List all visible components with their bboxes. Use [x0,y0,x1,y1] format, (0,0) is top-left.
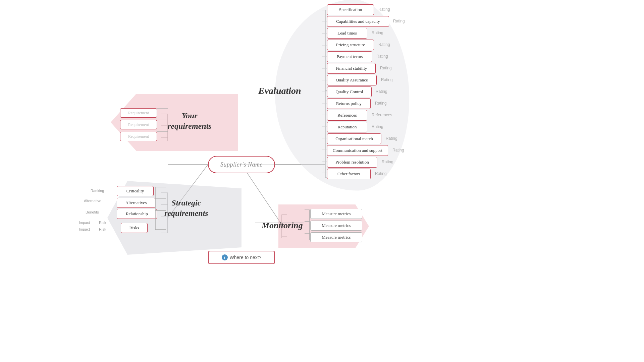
eval-rating-problem: Rating [382,160,393,164]
eval-item-capabilities[interactable]: Capabilities and capacity [327,16,389,27]
eval-item-returns[interactable]: Returns policy [327,98,371,109]
req-item-2[interactable]: Requirement [120,120,157,129]
evaluation-title: Evaluation [258,85,301,96]
eval-rating-org-match: Rating [386,136,397,141]
monitoring-item-1[interactable]: Measure metrics [310,209,362,219]
eval-item-pricing[interactable]: Pricing structure [327,40,374,50]
alternatives-side-label: Alternative [84,199,101,203]
strategic-alternatives[interactable]: Alternatives [117,198,155,208]
eval-rating-specification: Rating [378,7,390,12]
monitoring-title: Monitoring [262,221,303,231]
svg-line-32 [241,165,282,225]
eval-item-qa[interactable]: Quality Assurance [327,75,377,85]
eval-rating-lead-times: Rating [372,31,383,35]
eval-item-lead-times[interactable]: Lead times [327,28,367,39]
eval-item-reputation[interactable]: Reputation [327,122,367,132]
eval-rating-reputation: Rating [372,124,383,129]
req-item-1[interactable]: Requirement [120,108,157,118]
eval-rating-financial: Rating [380,66,392,70]
risks-risk-1: Risk [99,221,106,225]
strategic-relationship[interactable]: Relationship [117,209,157,219]
strategic-title: Strategicrequirements [164,198,208,219]
eval-item-references[interactable]: References [327,110,367,121]
risks-impact-1: Impact [79,221,90,225]
strategic-criticality[interactable]: Criticality [117,186,154,196]
eval-rating-qc: Rating [376,89,387,94]
where-next-label: Where to next? [230,255,262,260]
supplier-label: Supplier's Name [220,161,263,168]
eval-rating-capabilities: Rating [393,19,405,23]
where-to-next-button[interactable]: i Where to next? [208,251,275,264]
eval-item-qc[interactable]: Quality Control [327,86,372,97]
monitoring-item-2[interactable]: Measure metrics [310,221,362,231]
eval-item-other[interactable]: Other factors [327,169,371,179]
monitoring-item-3[interactable]: Measure metrics [310,232,362,242]
info-icon: i [222,254,228,260]
relationship-side-label: Benefits [86,210,99,214]
eval-item-comms[interactable]: Communication and support [327,145,388,156]
risks-impact-2: Impact [79,227,90,231]
eval-rating-comms: Rating [392,148,404,153]
risks-risk-2: Risk [99,227,106,231]
eval-rating-other: Rating [375,171,387,176]
req-item-3[interactable]: Requirement [120,132,157,141]
eval-item-specification[interactable]: Specification [327,4,374,15]
strategic-risks[interactable]: Risks [121,223,148,233]
eval-rating-returns: Rating [375,101,387,106]
eval-rating-references: References [372,113,392,117]
eval-rating-pricing: Rating [378,42,390,47]
supplier-node[interactable]: Supplier's Name [208,156,275,173]
eval-rating-payment: Rating [376,54,388,59]
criticality-side-label: Ranking [91,189,104,193]
eval-item-payment[interactable]: Payment terms [327,51,372,62]
eval-item-problem[interactable]: Problem resolution [327,157,377,168]
canvas: Evaluation Specification Rating Capabili… [0,0,644,362]
eval-item-org-match[interactable]: Organisational match [327,133,381,144]
eval-rating-qa: Rating [381,77,393,82]
eval-item-financial[interactable]: Financial stability [327,63,376,74]
your-requirements-title: Yourrequirements [168,111,212,131]
